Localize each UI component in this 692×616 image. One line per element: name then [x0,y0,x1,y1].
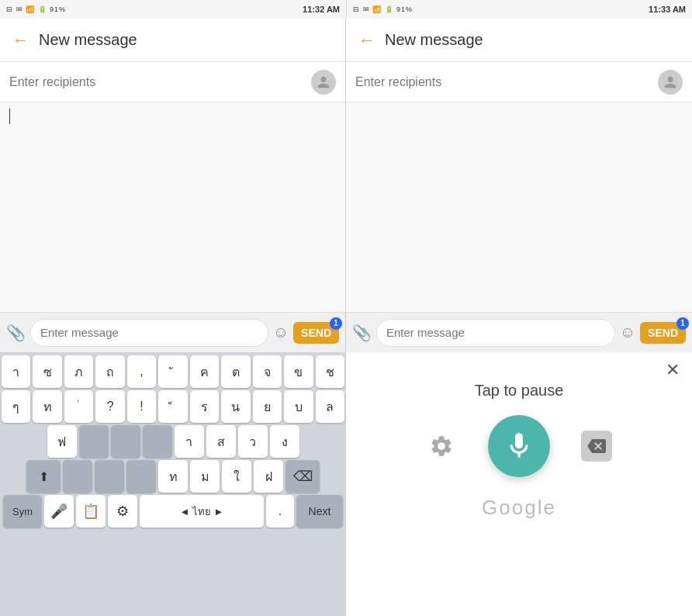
key-า[interactable]: า [2,355,30,388]
right-attach-icon[interactable]: 📎 [352,324,372,342]
google-logo: Google [358,496,680,520]
key-ฝ[interactable]: ฝ [254,460,283,493]
left-contact-icon[interactable] [311,70,336,95]
left-message-input[interactable] [30,319,268,347]
key-empty2 [111,425,140,458]
key-mai-ek[interactable]: ่ [64,390,93,423]
keyboard-row-2: ๆ ท ่ ? ! ็ ร น ย บ ล [2,390,344,423]
key-ข[interactable]: ข [284,355,313,388]
status-icons-left: ⊟ ✉ 📶 🔋 91% [6,5,66,13]
keyboard-row-4: ⬆ ท ม ใ ฝ ⌫ [2,460,344,493]
keyboard-row-3: ฟ า ส ว ง [2,425,344,458]
left-back-button[interactable]: ← [12,30,29,50]
key-question[interactable]: ? [95,390,124,423]
voice-mic-button[interactable] [488,415,550,477]
voice-close-button[interactable]: ✕ [666,362,680,379]
clipboard-key[interactable]: 📋 [76,495,106,528]
key-ฟ[interactable]: ฟ [47,425,77,458]
right-recipients-input[interactable] [355,75,658,89]
key-บ[interactable]: บ [284,390,313,423]
space-key[interactable]: ◄ ไทย ► [140,495,264,528]
right-emoji-icon[interactable]: ☺ [620,324,635,341]
key-ม[interactable]: ม [190,460,220,493]
left-header: ← New message [0,19,345,62]
key-exclaim[interactable]: ! [127,390,156,423]
key-ล[interactable]: ล [316,390,344,423]
key-น[interactable]: น [221,390,250,423]
key-empty4 [63,460,92,493]
key-empty5 [95,460,124,493]
delete-key[interactable]: ⌫ [285,460,320,493]
key-sara-a[interactable]: ั [158,355,187,388]
key-ภ[interactable]: ภ [64,355,93,388]
key-ว[interactable]: ว [238,425,268,458]
period-key[interactable]: . [266,495,294,528]
left-message-bar: 📎 ☺ SEND 1 [0,312,345,352]
right-message-bar: 📎 ☺ SEND 1 [346,312,692,352]
voice-settings-icon[interactable] [426,431,457,462]
right-send-button[interactable]: SEND 1 [640,322,686,344]
left-recipients-input[interactable] [9,75,311,89]
key-empty3 [143,425,172,458]
left-send-button[interactable]: SEND 1 [293,322,339,344]
key-comma[interactable]: , [127,355,156,388]
key-empty1 [79,425,109,458]
settings-key[interactable]: ⚙ [108,495,137,528]
key-empty6 [126,460,156,493]
next-key[interactable]: Next [296,495,343,528]
thai-keyboard: า ซ ภ ถ , ั ค ต จ ข ช ๆ ท ่ ? ! ็ ร น ย … [0,352,346,616]
left-emoji-icon[interactable]: ☺ [273,324,289,341]
left-attach-icon[interactable]: 📎 [6,324,26,342]
mic-key[interactable]: 🎤 [44,495,74,528]
key-ๆ[interactable]: ๆ [2,390,30,423]
key-ท[interactable]: ท [33,390,61,423]
key-ถ[interactable]: ถ [95,355,124,388]
voice-delete-icon[interactable] [581,431,612,462]
right-compose-area[interactable] [346,102,692,312]
right-send-badge: 1 [676,317,689,330]
shift-key[interactable]: ⬆ [26,460,61,493]
key-ช[interactable]: ช [316,355,344,388]
left-recipients-row [0,62,345,102]
key-จ[interactable]: จ [253,355,282,388]
sym-key[interactable]: Sym [3,495,42,528]
voice-panel: ✕ Tap to pause Google [346,352,692,616]
key-ค[interactable]: ค [190,355,219,388]
right-header: ← New message [346,19,692,62]
key-mai-tai-khu[interactable]: ็ [158,390,187,423]
tap-to-pause-text: Tap to pause [358,382,680,400]
key-ส[interactable]: ส [206,425,236,458]
left-compose-area[interactable] [0,102,345,312]
key-ท2[interactable]: ท [158,460,188,493]
right-back-button[interactable]: ← [358,30,375,50]
status-icons-right: ⊟ ✉ 📶 🔋 91% [353,5,413,13]
right-header-title: New message [385,31,483,49]
key-ซ[interactable]: ซ [33,355,61,388]
key-ร[interactable]: ร [190,390,219,423]
key-ต[interactable]: ต [221,355,250,388]
key-ง[interactable]: ง [270,425,299,458]
right-recipients-row [346,62,692,102]
keyboard-row-1: า ซ ภ ถ , ั ค ต จ ข ช [2,355,344,388]
right-message-input[interactable] [376,319,615,347]
key-า2[interactable]: า [175,425,204,458]
left-send-badge: 1 [330,317,342,330]
status-time-right: 11:33 AM [649,5,686,14]
left-header-title: New message [39,31,137,49]
right-contact-icon[interactable] [658,70,683,95]
voice-controls [358,415,680,477]
key-ย[interactable]: ย [253,390,282,423]
keyboard-bottom-row: Sym 🎤 📋 ⚙ ◄ ไทย ► . Next [2,495,344,528]
status-time-left: 11:32 AM [303,5,340,14]
key-ใ[interactable]: ใ [222,460,251,493]
